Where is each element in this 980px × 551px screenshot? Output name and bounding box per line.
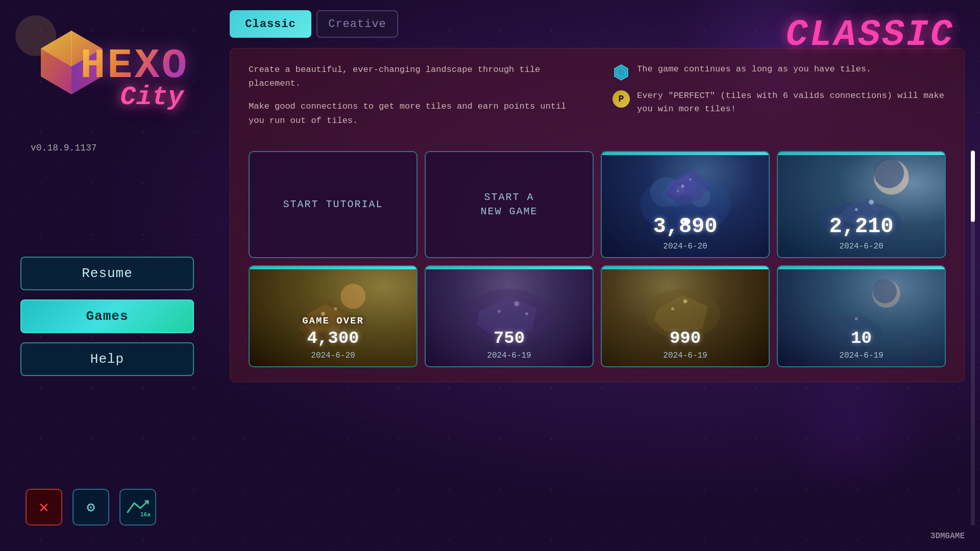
resume-button[interactable]: Resume: [20, 257, 194, 290]
close-button[interactable]: ✕: [26, 489, 62, 525]
saved-game-card-1[interactable]: 3,890 2024-6-20: [601, 151, 770, 258]
saved-game-card-4[interactable]: 750 2024-6-19: [425, 265, 594, 367]
svg-point-44: [855, 317, 858, 320]
date-2: 2024-6-20: [784, 242, 939, 251]
score-4: 750: [432, 329, 586, 348]
svg-point-17: [689, 179, 691, 181]
svg-point-23: [869, 199, 874, 205]
svg-point-25: [340, 284, 365, 309]
games-grid-row2: GAME OVER 4,300 2024-6-20 750 2024-6-1: [249, 265, 946, 367]
svg-point-16: [681, 185, 684, 188]
games-grid-row1: START TUTORIAL START A NEW GAME: [249, 151, 946, 258]
bottom-buttons: ✕ ⚙ 16a: [26, 489, 156, 525]
svg-point-34: [498, 310, 501, 313]
desc-left: Create a beautiful, ever-changing landsc…: [249, 63, 582, 137]
svg-marker-7: [615, 65, 628, 80]
start-new-game-label: START A NEW GAME: [470, 190, 548, 219]
close-icon: ✕: [39, 497, 48, 517]
page-title: CLASSIC: [786, 14, 954, 56]
watermark: 3DMGAME: [930, 532, 965, 541]
desc-text-1: Create a beautiful, ever-changing landsc…: [249, 63, 582, 90]
svg-point-39: [671, 307, 674, 310]
game-over-card-1[interactable]: GAME OVER 4,300 2024-6-20: [249, 265, 418, 367]
hint-row-2: P Every "PERFECT" (tiles with 6 valids c…: [612, 89, 946, 115]
hint-row-1: The game continues as long as you have t…: [612, 63, 946, 81]
game-panel: Create a beautiful, ever-changing landsc…: [230, 48, 965, 382]
scrollbar-track[interactable]: [971, 151, 975, 525]
card-overlay-4: 750 2024-6-19: [426, 322, 593, 366]
saved-game-card-2[interactable]: 2,210 2024-6-20: [777, 151, 946, 258]
start-tutorial-card[interactable]: START TUTORIAL: [249, 151, 418, 258]
score-6: 10: [784, 329, 939, 348]
card-overlay-6: 10 2024-6-19: [778, 322, 945, 366]
gear-icon: ⚙: [87, 498, 95, 516]
date-3: 2024-6-20: [256, 351, 410, 360]
games-button[interactable]: Games: [20, 299, 194, 333]
date-4: 2024-6-19: [432, 351, 586, 360]
rating-icon: 16a: [125, 497, 151, 517]
svg-text:16a: 16a: [140, 511, 151, 517]
game-over-label-1: GAME OVER: [256, 315, 410, 327]
sidebar: HEXO City v0.18.9.1137 Resume Games Help…: [0, 0, 214, 551]
card-overlay-1: 3,890 2024-6-20: [602, 208, 769, 257]
saved-game-card-5[interactable]: 990 2024-6-19: [601, 265, 770, 367]
svg-point-18: [677, 190, 679, 192]
svg-point-33: [514, 301, 519, 306]
logo-container: HEXO City: [26, 15, 189, 128]
tab-creative[interactable]: Creative: [316, 10, 398, 38]
logo-hexo: HEXO: [80, 45, 189, 87]
scrollbar-thumb: [971, 151, 975, 222]
svg-point-41: [873, 279, 897, 303]
score-2: 2,210: [784, 214, 939, 239]
svg-point-20: [874, 158, 904, 188]
rating-button[interactable]: 16a: [119, 489, 156, 525]
desc-right: The game continues as long as you have t…: [612, 63, 946, 137]
date-6: 2024-6-19: [784, 351, 939, 360]
hint-text-2: Every "PERFECT" (tiles with 6 valids con…: [637, 89, 946, 115]
svg-point-38: [683, 299, 688, 303]
card-overlay-5: 990 2024-6-19: [602, 322, 769, 366]
start-new-line1: START A: [484, 191, 534, 203]
settings-button[interactable]: ⚙: [72, 489, 109, 525]
start-tutorial-label: START TUTORIAL: [273, 197, 393, 212]
svg-point-35: [525, 312, 528, 315]
date-1: 2024-6-20: [608, 242, 763, 251]
version-label: v0.18.9.1137: [31, 143, 97, 153]
hexagon-icon: [612, 64, 630, 81]
card-overlay-3: GAME OVER 4,300 2024-6-20: [250, 309, 416, 366]
start-new-line2: NEW GAME: [480, 206, 537, 217]
score-5: 990: [608, 329, 763, 348]
help-button[interactable]: Help: [20, 342, 194, 376]
score-1: 3,890: [608, 214, 763, 239]
date-5: 2024-6-19: [608, 351, 763, 360]
desc-text-2: Make good connections to get more tiles …: [249, 99, 582, 127]
card-overlay-2: 2,210 2024-6-20: [778, 208, 945, 257]
perfect-icon: P: [612, 90, 630, 108]
saved-game-card-6[interactable]: 10 2024-6-19: [777, 265, 946, 367]
description-section: Create a beautiful, ever-changing landsc…: [249, 63, 946, 137]
tab-classic[interactable]: Classic: [230, 10, 311, 38]
score-3: 4,300: [256, 329, 410, 348]
main-content: Classic Creative CLASSIC Create a beauti…: [214, 0, 980, 551]
start-new-game-card[interactable]: START A NEW GAME: [425, 151, 594, 258]
hint-text-1: The game continues as long as you have t…: [637, 63, 871, 76]
